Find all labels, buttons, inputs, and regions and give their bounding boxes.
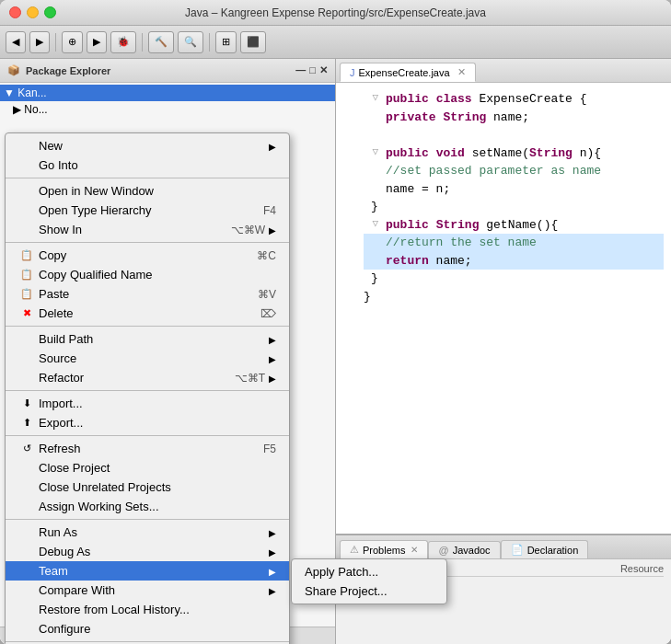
views-button[interactable]: ⬛ bbox=[240, 31, 266, 53]
tree-item-kan[interactable]: ▼ Kan... bbox=[0, 85, 335, 101]
right-panel: J ExpenseCreate.java ✕ ▽ public class Ex… bbox=[336, 59, 671, 644]
new-button[interactable]: ⊕ bbox=[62, 31, 83, 53]
menu-item-run-as[interactable]: Run As bbox=[6, 523, 289, 542]
code-brace-3: } bbox=[364, 288, 371, 306]
menu-item-copy-qualified[interactable]: 📋 Copy Qualified Name bbox=[6, 265, 289, 284]
editor-tab-expense-create[interactable]: J ExpenseCreate.java ✕ bbox=[340, 63, 476, 82]
menu-item-go-into-label: Go Into bbox=[39, 158, 78, 172]
menu-item-source[interactable]: Source bbox=[6, 349, 289, 368]
problems-icon: ⚠ bbox=[350, 544, 359, 556]
editor-tab-bar: J ExpenseCreate.java ✕ bbox=[336, 59, 671, 83]
code-private: private String name; bbox=[386, 109, 529, 127]
menu-item-compare-with[interactable]: Compare With bbox=[6, 581, 289, 600]
main-window: Java – Kangreen Expense Reporting/src/Ex… bbox=[0, 0, 671, 644]
editor-area[interactable]: ▽ public class ExpenseCreate { private S… bbox=[336, 83, 671, 534]
menu-item-close-project[interactable]: Close Project bbox=[6, 458, 289, 477]
perspective-button[interactable]: ⊞ bbox=[215, 31, 237, 53]
at-icon: @ bbox=[438, 545, 448, 556]
menu-item-debug-as[interactable]: Debug As bbox=[6, 542, 289, 561]
menu-item-close-project-label: Close Project bbox=[39, 461, 110, 475]
declaration-icon: 📄 bbox=[511, 544, 524, 556]
code-comment-2: //return the set name bbox=[386, 234, 537, 252]
share-project-label: Share Project... bbox=[305, 584, 388, 598]
minimize-panel-icon[interactable]: — bbox=[295, 64, 306, 76]
menu-item-close-unrelated[interactable]: Close Unrelated Projects bbox=[6, 477, 289, 497]
menu-item-copy-label: Copy bbox=[39, 248, 66, 262]
tab-problems-close[interactable]: ✕ bbox=[411, 545, 418, 555]
menu-item-show-in[interactable]: Show In ⌥⌘W bbox=[6, 220, 289, 239]
delete-shortcut: ⌦ bbox=[260, 307, 276, 320]
code-line-12: } bbox=[364, 288, 664, 306]
compare-with-arrow bbox=[269, 585, 276, 596]
minimize-button[interactable] bbox=[27, 6, 39, 18]
maximize-button[interactable] bbox=[44, 6, 56, 18]
menu-item-build-path[interactable]: Build Path bbox=[6, 329, 289, 349]
menu-item-go-into[interactable]: Go Into bbox=[6, 155, 289, 175]
menu-item-refactor[interactable]: Refactor ⌥⌘T bbox=[6, 368, 289, 387]
maximize-panel-icon[interactable]: □ bbox=[309, 64, 316, 76]
tab-javadoc[interactable]: @ Javadoc bbox=[428, 541, 500, 558]
menu-item-team[interactable]: Team Apply Patch... Share Project... bbox=[6, 561, 289, 581]
toolbar: ◀ ▶ ⊕ ▶ 🐞 🔨 🔍 ⊞ ⬛ bbox=[0, 26, 671, 59]
search-button[interactable]: 🔍 bbox=[178, 31, 203, 53]
tab-declaration-label: Declaration bbox=[527, 545, 579, 556]
tab-declaration[interactable]: 📄 Declaration bbox=[501, 540, 589, 558]
tab-problems[interactable]: ⚠ Problems ✕ bbox=[340, 540, 428, 558]
title-bar: Java – Kangreen Expense Reporting/src/Ex… bbox=[0, 0, 671, 26]
menu-item-export-label: Export... bbox=[39, 416, 83, 430]
code-brace-2: } bbox=[371, 270, 378, 288]
menu-item-export[interactable]: ⬆ Export... bbox=[6, 413, 289, 432]
menu-item-configure[interactable]: Configure bbox=[6, 619, 289, 638]
menu-item-show-in-label: Show In bbox=[39, 223, 82, 236]
debug-button[interactable]: 🐞 bbox=[110, 31, 136, 53]
menu-item-debug-as-label: Debug As bbox=[39, 545, 90, 558]
editor-tab-close[interactable]: ✕ bbox=[457, 66, 466, 78]
main-area: 📦 Package Explorer — □ ✕ ▼ Kan... ▶ No..… bbox=[0, 59, 671, 644]
code-line-6: name = n; bbox=[364, 180, 664, 199]
menu-item-copy[interactable]: 📋 Copy ⌘C bbox=[6, 246, 289, 265]
menu-item-delete[interactable]: ✖ Delete ⌦ bbox=[6, 304, 289, 323]
menu-item-open-type-hierarchy[interactable]: Open Type Hierarchy F4 bbox=[6, 201, 289, 220]
close-panel-icon[interactable]: ✕ bbox=[319, 64, 328, 76]
menu-item-refresh[interactable]: ↺ Refresh F5 bbox=[6, 439, 289, 458]
menu-item-compare-with-label: Compare With bbox=[39, 583, 115, 597]
menu-item-paste[interactable]: 📋 Paste ⌘V bbox=[6, 284, 289, 304]
menu-item-open-new-window[interactable]: Open in New Window bbox=[6, 181, 289, 201]
menu-item-restore-local[interactable]: Restore from Local History... bbox=[6, 600, 289, 619]
menu-item-open-type-hierarchy-label: Open Type Hierarchy bbox=[39, 203, 152, 217]
menu-item-build-path-label: Build Path bbox=[39, 332, 93, 346]
menu-item-team-label: Team bbox=[39, 564, 68, 578]
code-public-1: public class ExpenseCreate { bbox=[386, 90, 586, 109]
tab-javadoc-label: Javadoc bbox=[453, 545, 491, 556]
package-explorer-icon: 📦 bbox=[7, 64, 20, 76]
menu-item-assign-working[interactable]: Assign Working Sets... bbox=[6, 497, 289, 516]
delete-icon: ✖ bbox=[18, 307, 35, 319]
menu-item-import-label: Import... bbox=[39, 397, 83, 410]
run-button[interactable]: ▶ bbox=[87, 31, 107, 53]
menu-item-close-unrelated-label: Close Unrelated Projects bbox=[39, 480, 171, 494]
menu-item-import[interactable]: ⬇ Import... bbox=[6, 394, 289, 413]
back-button[interactable]: ◀ bbox=[6, 31, 26, 53]
collapse-marker-1[interactable]: ▽ bbox=[364, 90, 378, 106]
tree-item-no[interactable]: ▶ No... bbox=[0, 101, 335, 118]
build-button[interactable]: 🔨 bbox=[148, 31, 174, 53]
menu-item-run-as-label: Run As bbox=[39, 525, 77, 539]
submenu-share-project[interactable]: Share Project... bbox=[292, 581, 446, 601]
apply-patch-label: Apply Patch... bbox=[305, 565, 378, 579]
tree-item-no-label: No... bbox=[24, 103, 47, 116]
bottom-tab-bar: ⚠ Problems ✕ @ Javadoc 📄 Declaration bbox=[336, 535, 671, 559]
menu-item-new[interactable]: New bbox=[6, 136, 289, 155]
forward-button[interactable]: ▶ bbox=[29, 31, 50, 53]
submenu-apply-patch[interactable]: Apply Patch... bbox=[292, 562, 446, 581]
menu-item-delete-label: Delete bbox=[39, 306, 74, 320]
show-in-arrow-icon bbox=[269, 224, 276, 236]
close-button[interactable] bbox=[9, 6, 21, 18]
collapse-marker-8[interactable]: ▽ bbox=[364, 216, 378, 232]
code-brace-1: } bbox=[371, 198, 378, 216]
menu-item-copy-qualified-label: Copy Qualified Name bbox=[39, 268, 153, 282]
collapse-marker-4[interactable]: ▽ bbox=[364, 144, 378, 160]
team-submenu: Apply Patch... Share Project... bbox=[291, 558, 447, 604]
build-path-arrow bbox=[269, 334, 276, 345]
package-explorer-header: 📦 Package Explorer — □ ✕ bbox=[0, 59, 335, 83]
toolbar-sep-3 bbox=[209, 33, 210, 52]
